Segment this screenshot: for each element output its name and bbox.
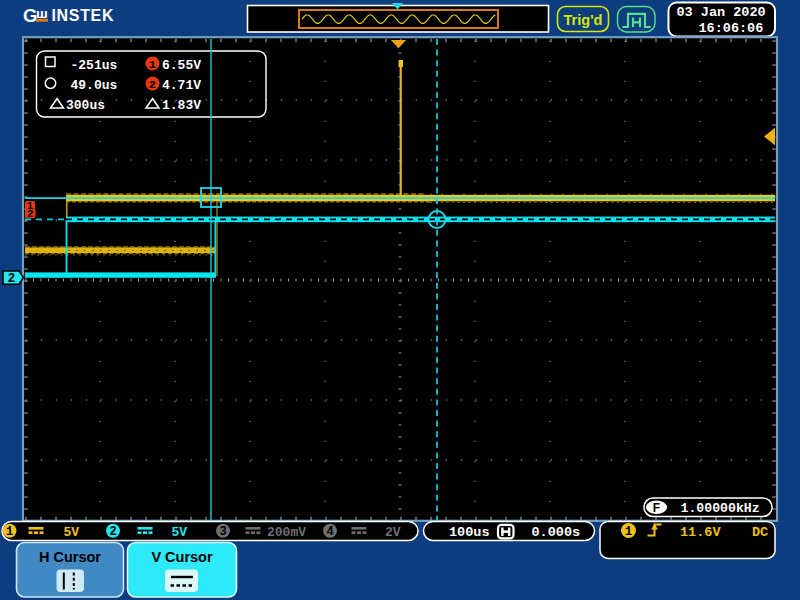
svg-text:200mV: 200mV <box>267 525 306 540</box>
svg-text:100us: 100us <box>449 525 490 540</box>
svg-text:3: 3 <box>219 525 226 539</box>
svg-text:1: 1 <box>625 525 633 539</box>
svg-text:4.71V: 4.71V <box>162 78 201 93</box>
svg-text:2: 2 <box>149 78 156 91</box>
svg-text:-251us: -251us <box>71 58 118 73</box>
svg-text:11.6V: 11.6V <box>680 525 721 540</box>
svg-text:V Cursor: V Cursor <box>151 549 213 565</box>
svg-text:DC: DC <box>752 525 768 540</box>
svg-text:2: 2 <box>109 525 116 539</box>
svg-text:49.0us: 49.0us <box>71 78 118 93</box>
svg-text:ш: ш <box>36 6 48 21</box>
svg-text:16:06:06: 16:06:06 <box>699 21 764 36</box>
svg-text:1: 1 <box>149 58 156 71</box>
svg-text:5V: 5V <box>172 525 188 540</box>
svg-text:300us: 300us <box>66 98 105 113</box>
svg-text:Trig'd: Trig'd <box>564 12 603 28</box>
svg-text:INSTEK: INSTEK <box>52 7 114 24</box>
svg-text:6.55V: 6.55V <box>162 58 201 73</box>
svg-text:1.83V: 1.83V <box>162 98 201 113</box>
svg-text:5V: 5V <box>64 525 80 540</box>
svg-text:F: F <box>653 501 660 515</box>
svg-text:2V: 2V <box>385 525 401 540</box>
svg-text:4: 4 <box>326 525 333 539</box>
svg-text:2: 2 <box>8 272 16 286</box>
svg-text:H Cursor: H Cursor <box>39 549 101 565</box>
svg-text:03 Jan 2020: 03 Jan 2020 <box>677 5 766 20</box>
svg-text:1: 1 <box>6 525 13 539</box>
svg-text:2: 2 <box>27 208 34 220</box>
svg-text:0.000s: 0.000s <box>532 525 581 540</box>
svg-text:1.00000kHz: 1.00000kHz <box>681 501 760 516</box>
